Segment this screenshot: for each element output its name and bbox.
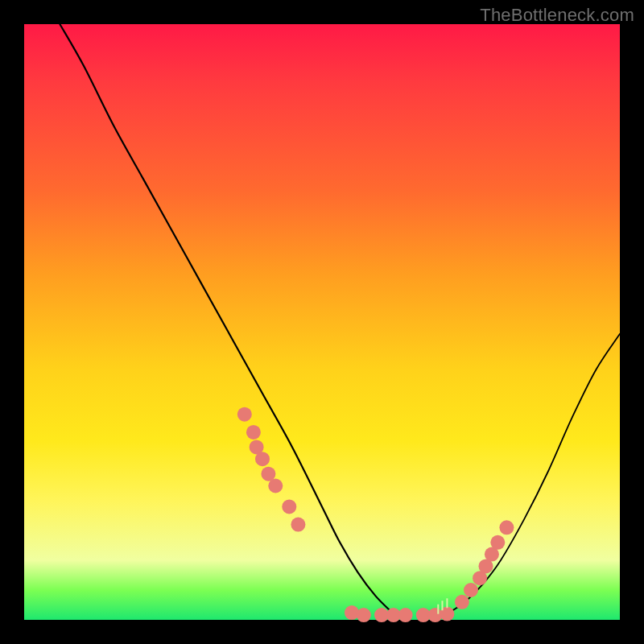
right-curve: [447, 334, 620, 614]
data-dot: [282, 499, 296, 514]
data-dot: [268, 479, 283, 493]
dots-left-cluster: [237, 407, 306, 532]
data-dot: [499, 520, 514, 535]
data-dot: [291, 518, 305, 532]
chart-svg: [24, 24, 620, 620]
watermark-text: TheBottleneck.com: [480, 5, 634, 26]
data-dot: [237, 407, 252, 422]
data-dot: [357, 608, 371, 622]
data-dot: [490, 535, 505, 550]
data-dot: [464, 583, 478, 597]
chart-frame: TheBottleneck.com: [0, 0, 644, 644]
data-dot: [246, 425, 261, 440]
left-curve: [60, 24, 393, 614]
data-dot: [255, 452, 270, 466]
data-dot: [345, 605, 359, 620]
data-dot: [398, 608, 413, 622]
dots-right-cluster: [455, 520, 514, 609]
data-dot: [455, 595, 469, 609]
